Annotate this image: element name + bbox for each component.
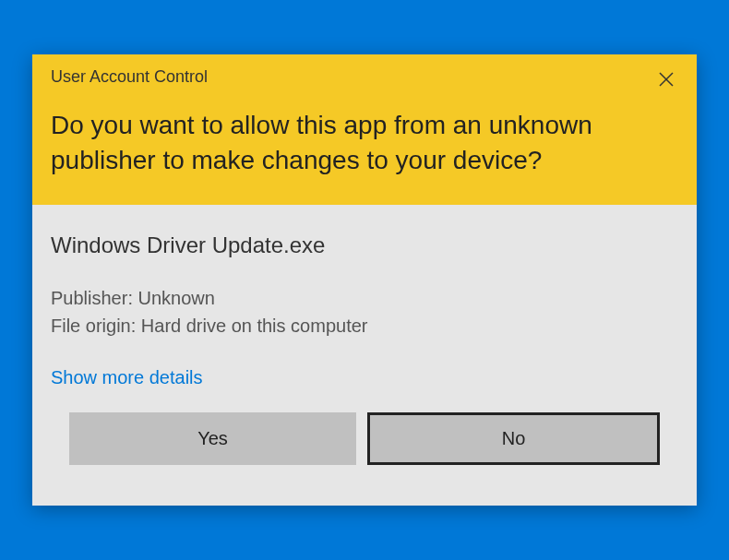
dialog-question: Do you want to allow this app from an un… [51, 108, 678, 178]
title-row: User Account Control [51, 67, 678, 91]
yes-button[interactable]: Yes [69, 412, 356, 465]
close-icon [658, 71, 675, 88]
origin-label: File origin: [51, 316, 141, 336]
dialog-title: User Account Control [51, 67, 208, 87]
dialog-header: User Account Control Do you want to allo… [32, 54, 697, 206]
no-button[interactable]: No [367, 412, 660, 465]
origin-row: File origin: Hard drive on this computer [51, 312, 678, 340]
uac-dialog: User Account Control Do you want to allo… [32, 54, 697, 506]
close-button[interactable] [654, 67, 678, 91]
publisher-row: Publisher: Unknown [51, 284, 678, 312]
publisher-value: Unknown [138, 288, 215, 308]
show-more-details-link[interactable]: Show more details [51, 367, 203, 388]
origin-value: Hard drive on this computer [141, 316, 368, 336]
dialog-body: Windows Driver Update.exe Publisher: Unk… [32, 205, 697, 506]
publisher-label: Publisher: [51, 288, 138, 308]
button-row: Yes No [51, 412, 678, 489]
app-name: Windows Driver Update.exe [51, 232, 678, 258]
